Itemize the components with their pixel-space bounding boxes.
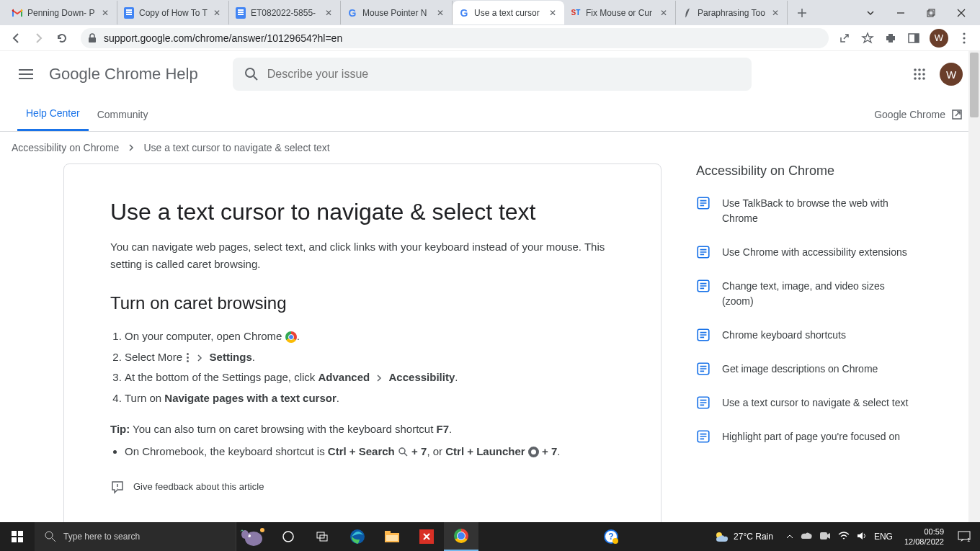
nav-help-center[interactable]: Help Center bbox=[17, 97, 89, 131]
avatar[interactable]: W bbox=[940, 63, 963, 86]
minimize-button[interactable] bbox=[892, 4, 909, 22]
sidebar-item-label: Use TalkBack to browse the web with Chro… bbox=[722, 196, 912, 226]
chevron-down-icon[interactable] bbox=[862, 4, 879, 22]
sidebar-item[interactable]: Use a text cursor to navigate & select t… bbox=[696, 395, 912, 411]
nav-community[interactable]: Community bbox=[89, 97, 157, 131]
chrome-icon bbox=[285, 331, 297, 343]
sidebar-item[interactable]: Get image descriptions on Chrome bbox=[696, 362, 912, 377]
product-link-label: Google Chrome bbox=[874, 109, 945, 120]
help-icon[interactable]: ? bbox=[594, 522, 628, 551]
edge-icon[interactable] bbox=[340, 522, 375, 551]
notifications-icon[interactable]: 1 bbox=[956, 528, 973, 545]
extensions-icon[interactable] bbox=[883, 31, 898, 45]
svg-point-15 bbox=[914, 77, 917, 80]
close-icon[interactable]: ✕ bbox=[99, 7, 111, 19]
sidebar-item[interactable]: Change text, image, and video sizes (zoo… bbox=[696, 279, 912, 309]
address-bar[interactable]: support.google.com/chrome/answer/1012965… bbox=[81, 28, 829, 48]
forward-button[interactable] bbox=[29, 28, 49, 48]
wifi-icon[interactable] bbox=[838, 532, 850, 542]
share-icon[interactable] bbox=[837, 31, 852, 45]
close-icon[interactable]: ✕ bbox=[658, 7, 669, 19]
search-box[interactable] bbox=[233, 58, 752, 91]
docs-icon bbox=[235, 7, 246, 19]
article-intro: You can navigate web pages, select text,… bbox=[110, 238, 615, 273]
app-title: Google Chrome Help bbox=[49, 65, 198, 84]
chrome-taskbar-icon[interactable] bbox=[444, 522, 478, 551]
sidepanel-icon[interactable] bbox=[906, 31, 921, 45]
product-link[interactable]: Google Chrome bbox=[874, 109, 963, 120]
maximize-button[interactable] bbox=[922, 4, 940, 22]
avatar-letter: W bbox=[935, 32, 943, 43]
breadcrumb: Accessibility on Chrome Use a text curso… bbox=[0, 132, 980, 163]
hamburger-icon[interactable] bbox=[17, 66, 35, 83]
app-icon[interactable] bbox=[409, 522, 444, 551]
article-icon bbox=[696, 328, 710, 342]
sidebar-item[interactable]: Use TalkBack to browse the web with Chro… bbox=[696, 196, 912, 226]
close-icon[interactable]: ✕ bbox=[435, 7, 446, 19]
svg-point-34 bbox=[241, 530, 249, 539]
weather-widget[interactable]: 27°C Rain bbox=[713, 529, 773, 545]
back-button[interactable] bbox=[6, 28, 26, 48]
new-tab-button[interactable] bbox=[792, 3, 812, 23]
avatar-letter: W bbox=[946, 68, 956, 81]
close-window-button[interactable] bbox=[953, 4, 970, 22]
launcher-key-icon bbox=[528, 447, 539, 457]
clock[interactable]: 00:59 12/08/2022 bbox=[904, 527, 944, 547]
google-icon: G bbox=[458, 7, 470, 19]
reload-button[interactable] bbox=[52, 28, 72, 48]
tab-gmail[interactable]: Penning Down- P ✕ bbox=[6, 1, 117, 24]
app-nav: Help Center Community Google Chrome bbox=[0, 97, 980, 132]
onedrive-icon[interactable] bbox=[801, 532, 812, 542]
article-icon bbox=[696, 279, 710, 293]
task-view-button[interactable] bbox=[306, 522, 340, 551]
breadcrumb-current: Use a text cursor to navigate & select t… bbox=[143, 142, 329, 153]
menu-icon[interactable] bbox=[957, 31, 971, 45]
task-illustration[interactable] bbox=[236, 522, 271, 551]
task-view-icon[interactable] bbox=[271, 522, 306, 551]
article-title: Use a text cursor to navigate & select t… bbox=[110, 199, 615, 225]
sidebar-item-label: Highlight part of page you're focused on bbox=[722, 429, 900, 444]
avatar[interactable]: W bbox=[930, 29, 948, 48]
sidebar-item[interactable]: Use Chrome with accessibility extensions bbox=[696, 245, 912, 260]
feedback-link[interactable]: Give feedback about this article bbox=[110, 480, 615, 494]
apps-grid-icon[interactable] bbox=[911, 66, 928, 83]
close-icon[interactable]: ✕ bbox=[323, 7, 334, 19]
tab-title: Mouse Pointer N bbox=[362, 8, 432, 18]
chevron-up-icon[interactable] bbox=[786, 532, 793, 542]
svg-point-8 bbox=[246, 68, 254, 77]
sidebar-item-label: Change text, image, and video sizes (zoo… bbox=[722, 279, 912, 309]
step-3: At the bottom of the Settings page, clic… bbox=[125, 367, 615, 388]
taskbar-search[interactable]: Type here to search bbox=[35, 522, 236, 551]
search-placeholder: Type here to search bbox=[63, 532, 140, 542]
tab-google[interactable]: G Mouse Pointer N ✕ bbox=[341, 1, 453, 24]
url-text: support.google.com/chrome/answer/1012965… bbox=[104, 32, 342, 44]
sidebar-item-label: Use a text cursor to navigate & select t… bbox=[722, 395, 908, 411]
svg-rect-27 bbox=[12, 531, 17, 536]
close-icon[interactable]: ✕ bbox=[770, 7, 781, 19]
tab-docs-1[interactable]: Copy of How To T ✕ bbox=[117, 1, 229, 24]
language-indicator[interactable]: ENG bbox=[874, 532, 893, 542]
bookmark-icon[interactable] bbox=[860, 31, 875, 45]
svg-point-36 bbox=[283, 532, 293, 542]
tab-st[interactable]: ST Fix Mouse or Cur ✕ bbox=[564, 1, 676, 24]
scrollbar[interactable] bbox=[968, 51, 980, 522]
search-input[interactable] bbox=[267, 68, 740, 81]
close-icon[interactable]: ✕ bbox=[211, 7, 223, 19]
more-icon bbox=[187, 353, 189, 362]
svg-rect-4 bbox=[914, 34, 919, 42]
st-icon: ST bbox=[570, 7, 582, 19]
svg-point-6 bbox=[963, 37, 965, 39]
sidebar-item[interactable]: Chrome keyboard shortcuts bbox=[696, 328, 912, 343]
close-icon[interactable]: ✕ bbox=[547, 7, 558, 19]
chevron-right-icon bbox=[128, 142, 135, 153]
tab-support[interactable]: G Use a text cursor ✕ bbox=[453, 1, 564, 24]
tab-paraphrase[interactable]: Paraphrasing Too ✕ bbox=[676, 1, 788, 24]
meet-icon[interactable] bbox=[819, 532, 831, 542]
explorer-icon[interactable] bbox=[375, 522, 409, 551]
breadcrumb-parent[interactable]: Accessibility on Chrome bbox=[12, 142, 119, 153]
start-button[interactable] bbox=[0, 522, 35, 551]
svg-rect-0 bbox=[927, 11, 933, 17]
sidebar-item[interactable]: Highlight part of page you're focused on bbox=[696, 429, 912, 444]
tab-docs-2[interactable]: ET082022-5855- ✕ bbox=[229, 1, 341, 24]
volume-icon[interactable] bbox=[857, 532, 867, 542]
